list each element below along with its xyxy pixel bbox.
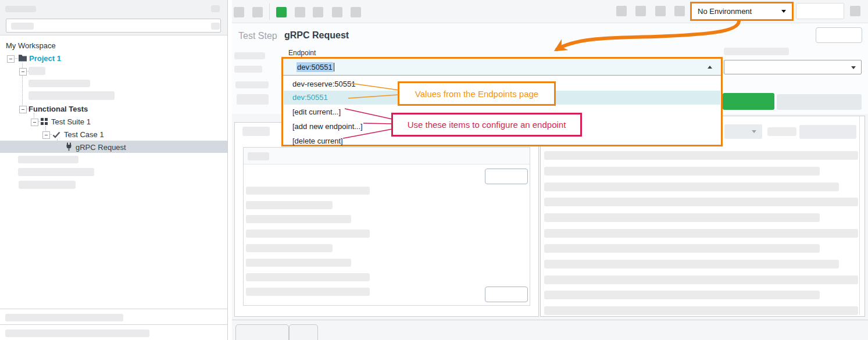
placeholder-bar [246, 273, 370, 281]
annotation-configure-note: Use these items to configure an endpoint [391, 113, 582, 137]
placeholder-bar [234, 66, 262, 73]
plug-icon [65, 142, 73, 153]
search-icon[interactable] [211, 23, 220, 30]
placeholder-bar [544, 291, 820, 299]
endpoint-input-value: dev:50551 [297, 62, 333, 72]
placeholder-bar [235, 81, 269, 88]
bottom-tab[interactable] [289, 324, 318, 340]
toolbar-button[interactable] [674, 6, 685, 16]
placeholder-bar [28, 91, 115, 100]
sidebar-menu-icon[interactable] [211, 5, 220, 12]
sidebar-header [0, 0, 227, 35]
placeholder-bar [5, 314, 123, 321]
tree-collapse-project[interactable] [7, 55, 15, 63]
placeholder-bar [18, 168, 94, 176]
environment-select[interactable]: No Environment [690, 2, 794, 21]
toolbar-button[interactable] [295, 7, 305, 17]
placeholder-bar [544, 182, 839, 191]
divider [0, 309, 227, 309]
sidebar-splitter[interactable] [227, 0, 228, 340]
placeholder-bar [246, 215, 351, 223]
text-cursor [334, 63, 334, 71]
chevron-down-icon [752, 130, 756, 133]
toolbar-button[interactable] [234, 7, 244, 17]
tree-item-grpc-request-row[interactable]: gRPC Request [0, 141, 227, 153]
request-editor [243, 147, 530, 306]
tree-collapse-test-case[interactable] [42, 131, 50, 139]
chevron-up-icon[interactable] [708, 66, 712, 69]
placeholder-bar [5, 330, 149, 337]
environment-value: No Environment [698, 7, 752, 16]
placeholder-bar [18, 156, 78, 163]
tree-collapse-test-suite[interactable] [31, 119, 38, 126]
toolbar-separator [269, 3, 270, 20]
placeholder-bar [544, 213, 820, 222]
header-button[interactable] [816, 27, 862, 43]
placeholder-bar [246, 201, 333, 209]
placeholder-bar [544, 151, 858, 160]
toolbar-button[interactable] [252, 7, 263, 17]
toolbar-button[interactable] [313, 7, 323, 17]
placeholder-bar [246, 259, 351, 267]
toolbar-button[interactable] [850, 6, 860, 16]
app-window: My Workspace Project 1 Functional Tests … [0, 0, 868, 340]
tree-item-grpc-request[interactable]: gRPC Request [76, 143, 126, 152]
placeholder-bar [28, 80, 90, 87]
placeholder-bar [11, 23, 34, 30]
endpoint-label: Endpoint [288, 49, 316, 57]
bottom-tab[interactable] [235, 324, 289, 340]
placeholder-bar [544, 260, 839, 269]
endpoint-option-delete[interactable]: [delete current] [284, 135, 720, 148]
sidebar-search-input[interactable] [6, 19, 221, 33]
tree-item-functional-tests[interactable]: Functional Tests [28, 105, 88, 113]
check-icon [52, 130, 60, 141]
folder-icon [18, 53, 27, 64]
tree-guide [14, 58, 18, 59]
placeholder-bar [544, 306, 858, 315]
placeholder-bar [28, 67, 45, 75]
tree-item-test-suite[interactable]: Test Suite 1 [51, 117, 91, 126]
placeholder-bar [248, 152, 269, 160]
workspace-label: My Workspace [6, 41, 56, 50]
divider [232, 320, 868, 320]
secondary-dropdown[interactable] [724, 60, 862, 74]
chevron-down-icon [781, 10, 786, 13]
toolbar-button[interactable] [635, 6, 646, 16]
editor-button[interactable] [485, 169, 528, 184]
tree-collapse-functional-tests[interactable] [19, 106, 27, 113]
toolbar-button[interactable] [616, 6, 627, 16]
placeholder-bar [544, 198, 858, 206]
endpoint-input[interactable]: dev:50551 [283, 59, 721, 76]
toolbar-placeholder-button[interactable] [777, 94, 862, 110]
test-step-kicker: Test Step [238, 31, 277, 41]
tree-item-test-case[interactable]: Test Case 1 [64, 130, 104, 139]
response-dropdown[interactable] [724, 124, 762, 139]
toolbar-button[interactable] [332, 7, 342, 17]
tree-item-project[interactable]: Project 1 [29, 54, 61, 63]
response-scrollbar[interactable] [859, 116, 860, 315]
placeholder-bar [544, 275, 858, 284]
placeholder-button[interactable] [799, 125, 856, 139]
divider [0, 324, 227, 325]
request-editor-header [244, 148, 530, 164]
page-title: gRPC Request [284, 30, 349, 41]
annotation-endpoints-note: Values from the Endpoints page [398, 81, 556, 106]
grid-icon [41, 118, 48, 125]
placeholder-bar [5, 6, 36, 12]
placeholder-bar [19, 181, 76, 189]
placeholder-bar [246, 244, 333, 252]
placeholder-bar [242, 127, 270, 136]
editor-button[interactable] [485, 287, 528, 302]
placeholder-bar [234, 52, 265, 59]
placeholder-bar [544, 244, 820, 253]
placeholder-bar [544, 167, 820, 176]
toolbar-button[interactable] [351, 7, 361, 17]
placeholder-bar [246, 187, 370, 195]
run-icon[interactable] [276, 7, 287, 17]
placeholder-bar [246, 230, 370, 238]
toolbar-button[interactable] [655, 6, 666, 16]
toolbar-input[interactable] [796, 3, 844, 19]
tree-collapse-node[interactable] [19, 68, 27, 76]
run-button[interactable] [723, 93, 774, 110]
placeholder-bar [767, 127, 796, 136]
